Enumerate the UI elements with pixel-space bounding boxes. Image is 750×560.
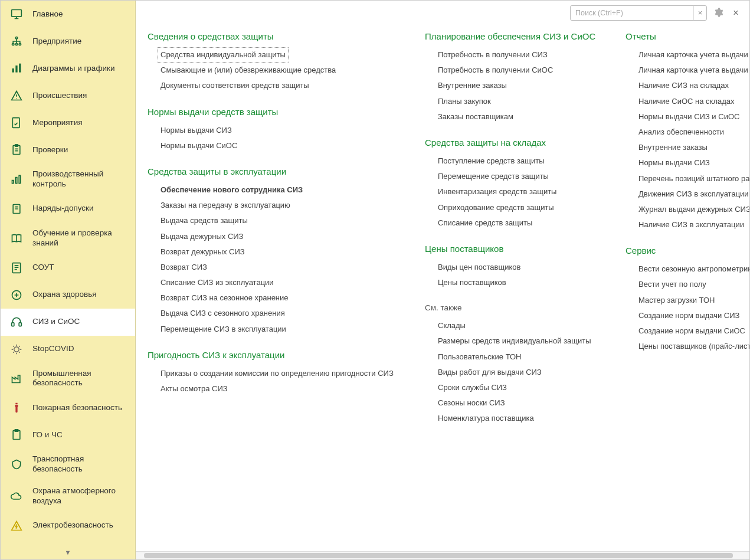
sidebar-item-1[interactable]: Предприятие bbox=[1, 28, 135, 55]
link-item[interactable]: Списание средств защиты bbox=[438, 215, 608, 231]
sidebar-item-12[interactable]: StopCOVID bbox=[1, 336, 135, 363]
search-input[interactable] bbox=[571, 9, 693, 17]
scrollbar-thumb[interactable] bbox=[144, 553, 733, 558]
warning-icon bbox=[9, 89, 24, 103]
sidebar-item-9[interactable]: СОУТ bbox=[1, 254, 135, 281]
search-clear-button[interactable]: × bbox=[693, 6, 706, 20]
sidebar-item-6[interactable]: Производственный контроль bbox=[1, 163, 135, 195]
link-item[interactable]: Обеспечение нового сотрудника СИЗ bbox=[161, 182, 407, 198]
permit-icon bbox=[9, 202, 24, 216]
sidebar-item-11[interactable]: СИЗ и СиОС bbox=[1, 309, 135, 336]
svg-rect-8 bbox=[12, 118, 19, 128]
link-item[interactable]: Номенклатура поставщика bbox=[438, 411, 608, 426]
link-item[interactable]: Цены поставщиков (прайс-листь bbox=[638, 339, 749, 354]
link-item[interactable]: Поступление средств защиты bbox=[438, 153, 608, 169]
link-item[interactable]: Создание норм выдачи СиОС bbox=[638, 323, 749, 339]
link-item[interactable]: Списание СИЗ из эксплуатации bbox=[161, 275, 407, 290]
link-item[interactable]: Возврат СИЗ на сезонное хранение bbox=[161, 290, 407, 306]
link-item[interactable]: Внутренние заказы bbox=[638, 140, 749, 155]
link-item[interactable]: Сроки службы СИЗ bbox=[438, 380, 608, 395]
link-item[interactable]: Вести сезонную антропометрию bbox=[638, 261, 749, 277]
link-item[interactable]: Выдача средств защиты bbox=[161, 213, 407, 228]
sidebar-item-15[interactable]: ГО и ЧС bbox=[1, 421, 135, 448]
section: Сведения о средствах защитыСредства инди… bbox=[148, 31, 407, 94]
link-item[interactable]: Нормы выдачи СИЗ bbox=[161, 123, 407, 138]
section: Нормы выдачи средств защитыНормы выдачи … bbox=[148, 107, 407, 153]
clipboard-icon bbox=[9, 143, 24, 157]
sidebar-item-13[interactable]: Промышленная безопасность bbox=[1, 363, 135, 395]
link-item[interactable]: Виды цен поставщиков bbox=[438, 260, 608, 275]
sidebar-item-17[interactable]: Охрана атмосферного воздуха bbox=[1, 480, 135, 512]
link-item[interactable]: Инвентаризация средств защиты bbox=[438, 184, 608, 199]
link-item[interactable]: Средства индивидуальной защиты bbox=[158, 47, 289, 63]
sidebar-item-0[interactable]: Главное bbox=[1, 1, 135, 28]
link-item[interactable]: Нормы выдачи СИЗ и СиОС bbox=[638, 109, 749, 125]
link-item[interactable]: Наличие СИЗ на складах bbox=[638, 78, 749, 93]
link-item[interactable]: Смывающие и (или) обезвреживающие средст… bbox=[161, 63, 407, 78]
svg-point-1 bbox=[15, 37, 17, 39]
link-item[interactable]: Личная карточка учета выдачи С bbox=[638, 63, 749, 78]
section-title[interactable]: Пригодность СИЗ к эксплуатации bbox=[148, 350, 407, 360]
industry-icon bbox=[9, 371, 24, 385]
section-title[interactable]: Планирование обеспечения СИЗ и СиОС bbox=[425, 31, 608, 41]
horizontal-scrollbar[interactable] bbox=[136, 551, 749, 559]
link-item[interactable]: Приказы о создании комиссии по определен… bbox=[161, 366, 407, 381]
section-title[interactable]: Цены поставщиков bbox=[425, 244, 608, 254]
link-item[interactable]: Вести учет по полу bbox=[638, 277, 749, 292]
link-item[interactable]: Размеры средств индивидуальной защиты bbox=[438, 333, 608, 349]
section-title[interactable]: Нормы выдачи средств защиты bbox=[148, 107, 407, 117]
link-item[interactable]: Возврат СИЗ bbox=[161, 260, 407, 275]
link-item[interactable]: Перемещение СИЗ в эксплуатации bbox=[161, 322, 407, 337]
close-button[interactable]: × bbox=[729, 6, 742, 19]
sidebar-item-7[interactable]: Наряды-допуски bbox=[1, 195, 135, 222]
link-item[interactable]: Сезоны носки СИЗ bbox=[438, 395, 608, 411]
link-item[interactable]: Анализ обеспеченности bbox=[638, 125, 749, 140]
settings-button[interactable] bbox=[712, 6, 725, 19]
sidebar-item-18[interactable]: Электробезопасность bbox=[1, 512, 135, 539]
sidebar-item-4[interactable]: Мероприятия bbox=[1, 109, 135, 136]
section-title[interactable]: Средства защиты на складах bbox=[425, 137, 608, 148]
link-item[interactable]: Перечень позиций штатного рас bbox=[638, 171, 749, 186]
link-item[interactable]: Цены поставщиков bbox=[438, 275, 608, 290]
sidebar-item-5[interactable]: Проверки bbox=[1, 136, 135, 163]
svg-rect-5 bbox=[12, 68, 14, 73]
sidebar-item-16[interactable]: Транспортная безопасность bbox=[1, 448, 135, 480]
link-item[interactable]: Нормы выдачи СиОС bbox=[161, 138, 407, 153]
link-item[interactable]: Внутренние заказы bbox=[438, 78, 608, 93]
link-item[interactable]: Планы закупок bbox=[438, 94, 608, 109]
link-item[interactable]: Потребность в получении СиОС bbox=[438, 63, 608, 78]
section-title[interactable]: Сведения о средствах защиты bbox=[148, 31, 407, 41]
sidebar-item-8[interactable]: Обучение и проверка знаний bbox=[1, 222, 135, 254]
link-item[interactable]: Документы соответствия средств защиты bbox=[161, 78, 407, 93]
section-title[interactable]: Сервис bbox=[625, 245, 749, 256]
link-item[interactable]: Пользовательские ТОН bbox=[438, 349, 608, 365]
sidebar-item-3[interactable]: Происшествия bbox=[1, 82, 135, 109]
link-item[interactable]: Выдача СИЗ с сезонного хранения bbox=[161, 306, 407, 321]
sidebar-item-10[interactable]: Охрана здоровья bbox=[1, 281, 135, 309]
sidebar-item-14[interactable]: Пожарная безопасность bbox=[1, 394, 135, 421]
link-item[interactable]: Создание норм выдачи СИЗ bbox=[638, 308, 749, 323]
link-item[interactable]: Перемещение средств защиты bbox=[438, 169, 608, 184]
section-title[interactable]: Отчеты bbox=[625, 31, 749, 41]
link-item[interactable]: Движения СИЗ в эксплуатации bbox=[638, 186, 749, 202]
link-item[interactable]: Журнал выдачи дежурных СИЗ bbox=[638, 202, 749, 217]
link-item[interactable]: Виды работ для выдачи СИЗ bbox=[438, 365, 608, 380]
link-item[interactable]: Возврат дежурных СИЗ bbox=[161, 244, 407, 260]
link-item[interactable]: Нормы выдачи СИЗ bbox=[638, 155, 749, 171]
book-icon bbox=[9, 231, 24, 245]
sidebar-item-2[interactable]: Диаграммы и графики bbox=[1, 55, 135, 82]
link-item[interactable]: Наличие СИЗ в эксплуатации bbox=[638, 217, 749, 232]
link-item[interactable]: Оприходование средств защиты bbox=[438, 200, 608, 215]
svg-point-16 bbox=[14, 346, 19, 351]
link-item[interactable]: Наличие СиОС на складах bbox=[638, 94, 749, 109]
section-title[interactable]: Средства защиты в эксплуатации bbox=[148, 166, 407, 176]
link-item[interactable]: Акты осмотра СИЗ bbox=[161, 381, 407, 397]
link-item[interactable]: Заказы поставщикам bbox=[438, 109, 608, 125]
sidebar-expand-toggle[interactable]: ▼ bbox=[1, 545, 135, 559]
link-item[interactable]: Потребность в получении СИЗ bbox=[438, 47, 608, 63]
link-item[interactable]: Личная карточка учета выдачи С bbox=[638, 47, 749, 63]
link-item[interactable]: Склады bbox=[438, 318, 608, 333]
link-item[interactable]: Выдача дежурных СИЗ bbox=[161, 229, 407, 244]
link-item[interactable]: Заказы на передачу в эксплуатацию bbox=[161, 198, 407, 213]
link-item[interactable]: Мастер загрузки ТОН bbox=[638, 293, 749, 308]
